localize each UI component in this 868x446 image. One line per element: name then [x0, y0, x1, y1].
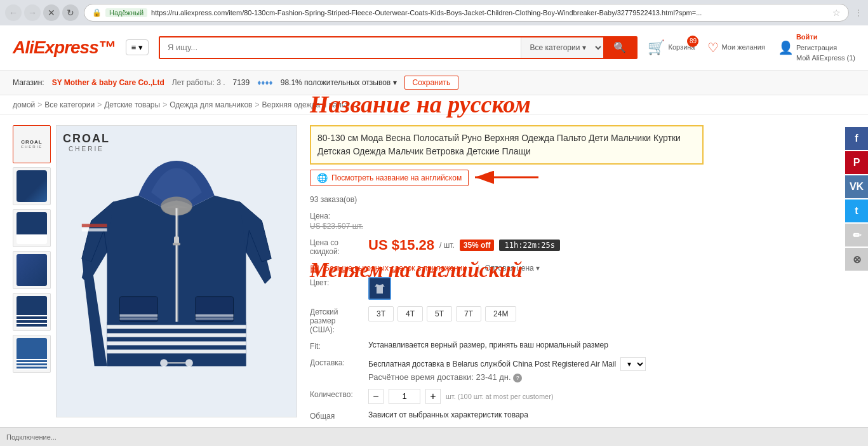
close-button[interactable]: ✕ — [43, 4, 60, 21]
hamburger-button[interactable]: ≡ ▾ — [126, 39, 149, 55]
svg-rect-22 — [173, 243, 180, 245]
brand-logo: CROAL CHERIE — [63, 132, 110, 152]
thumbnails: CROAL CHERIE — [13, 125, 51, 427]
breadcrumb-sep-2: > — [97, 100, 102, 109]
svg-rect-11 — [82, 228, 107, 231]
total-label: Общая — [310, 410, 361, 421]
edit-button[interactable]: ✏ — [845, 224, 868, 247]
breadcrumb-home[interactable]: домой — [13, 100, 35, 109]
orders-count: 93 заказа(ов) — [310, 195, 704, 204]
twitter-button[interactable]: t — [845, 199, 868, 222]
size-label: Детскийразмер(США): — [310, 306, 361, 334]
pinterest-button[interactable]: P — [845, 151, 868, 174]
quantity-row: Количество: − + шт. (100 шт. at most per… — [310, 389, 704, 404]
countdown-timer: 11h:22m:25s — [499, 240, 559, 251]
wishlist-area[interactable]: ♡ Мои желания — [707, 40, 765, 55]
signin-label[interactable]: Войти — [796, 32, 855, 43]
bookmark-icon[interactable]: ☆ — [832, 8, 841, 18]
size-3t[interactable]: 3T — [368, 306, 394, 321]
help-icon[interactable]: ? — [513, 374, 522, 382]
wishlist-label: Мои желания — [721, 43, 765, 51]
original-price: US $23.507 шт. — [310, 222, 704, 231]
annotation-ru-title: Название на русском — [310, 90, 704, 118]
positive-rate: 98.1% положительных отзывов ▾ — [281, 78, 397, 87]
store-name[interactable]: SY Mother & baby Care Co.,Ltd — [52, 78, 164, 87]
breadcrumb-boys[interactable]: Одежда для мальчиков — [170, 100, 252, 109]
per-unit: / шт. — [439, 241, 455, 250]
search-input[interactable] — [160, 37, 521, 58]
jacket-illustration — [57, 126, 297, 417]
facebook-button[interactable]: f — [845, 127, 868, 150]
fit-label: Fit: — [310, 341, 361, 351]
back-button[interactable]: ← — [5, 4, 22, 21]
svg-point-19 — [185, 359, 193, 367]
category-select[interactable]: Все категории ▾ — [521, 37, 603, 58]
breadcrumb-sep-1: > — [37, 100, 42, 109]
browser-chrome: ← → ✕ ↻ 🔒 Надёжный https://ru.aliexpress… — [0, 0, 868, 25]
delivery-text: Бесплатная доставка в Belarus службой Ch… — [368, 357, 646, 371]
site-header: AliExpress™ ≡ ▾ Все категории ▾ 🔍 🛒 89 К… — [0, 25, 868, 71]
discount-price-label: Цена соскидкой: — [310, 237, 361, 256]
size-24m[interactable]: 24M — [485, 306, 516, 321]
forward-button[interactable]: → — [24, 4, 41, 21]
thumbnail-5[interactable] — [13, 293, 51, 331]
svg-rect-15 — [119, 317, 157, 320]
diamond-rating: ♦♦♦♦ — [257, 78, 273, 87]
discount-badge: 35% off — [460, 240, 495, 251]
delivery-row: Доставка: Бесплатная доставка в Belarus … — [310, 357, 704, 382]
search-button[interactable]: 🔍 — [603, 37, 636, 58]
translate-label: Посмотреть название на английском — [331, 173, 462, 182]
delivery-select[interactable]: ▾ — [620, 357, 646, 371]
thumbnail-6[interactable] — [13, 335, 51, 373]
brand-name: CROAL — [63, 132, 110, 145]
search-icon: 🔍 — [613, 41, 626, 53]
translate-icon: 🌐 — [317, 173, 328, 183]
vk-button[interactable]: VK — [845, 175, 868, 198]
size-row: Детскийразмер(США): 3T 4T 5T 7T 24M — [310, 306, 704, 334]
close-sidebar-button[interactable]: ⊗ — [845, 248, 868, 271]
arrow-annotation-1 — [469, 166, 545, 189]
quantity-controls: − + шт. (100 шт. at most per customer) — [368, 389, 554, 404]
myali-label[interactable]: Мой AliExpress (1) — [796, 53, 855, 64]
trusted-badge: Надёжный — [105, 8, 147, 17]
register-label[interactable]: Регистрация — [796, 43, 855, 53]
svg-point-18 — [160, 359, 168, 367]
product-gallery: CROAL CHERIE — [13, 125, 297, 427]
cart-area[interactable]: 🛒 89 Корзина — [648, 39, 695, 56]
svg-rect-7 — [107, 333, 246, 337]
jacket-color-icon — [373, 282, 386, 295]
bottom-bar: Подключение... — [0, 427, 868, 437]
qty-label: Количество: — [310, 389, 361, 399]
annotation-en-title: Меняем на английский — [310, 259, 754, 282]
qty-plus-button[interactable]: + — [425, 389, 441, 404]
delivery-time: Расчётное время доставки: 23-41 дн. ? — [368, 372, 646, 382]
fit-row: Fit: Устанавливается верный размер, прин… — [310, 341, 704, 351]
social-sidebar: f P VK t ✏ ⊗ — [845, 127, 868, 271]
thumbnail-3[interactable] — [13, 209, 51, 247]
address-text: https://ru.aliexpress.com/item/80-130cm-… — [151, 9, 829, 17]
size-4t[interactable]: 4T — [397, 306, 423, 321]
size-7t[interactable]: 7T — [456, 306, 481, 321]
thumbnail-2[interactable] — [13, 167, 51, 205]
qty-minus-button[interactable]: − — [368, 389, 384, 404]
account-area[interactable]: 👤 Войти Регистрация Мой AliExpress (1) — [778, 32, 855, 64]
header-actions: 🛒 89 Корзина ♡ Мои желания 👤 Войти Регис… — [648, 32, 855, 64]
address-bar[interactable]: 🔒 Надёжный https://ru.aliexpress.com/ite… — [84, 4, 849, 22]
size-5t[interactable]: 5T — [427, 306, 452, 321]
qty-input[interactable] — [389, 389, 420, 404]
breadcrumb-categories[interactable]: Все категории — [44, 100, 95, 109]
translate-button[interactable]: 🌐 Посмотреть название на английском — [310, 170, 469, 186]
save-store-button[interactable]: Сохранить — [404, 76, 459, 90]
refresh-button[interactable]: ↻ — [62, 4, 79, 21]
thumbnail-4[interactable] — [13, 251, 51, 289]
product-title: 80-130 см Мода Весна Полосатый Руно Верх… — [310, 125, 704, 165]
main-content: CROAL CHERIE — [0, 115, 868, 437]
thumbnail-1[interactable]: CROAL CHERIE — [13, 125, 51, 163]
svg-rect-6 — [107, 325, 246, 328]
browser-menu-icon[interactable]: ⋮ — [854, 8, 863, 18]
nav-buttons: ← → ✕ ↻ — [5, 4, 79, 21]
cart-count: 89 — [687, 36, 698, 47]
breadcrumb-children[interactable]: Детские товары — [104, 100, 160, 109]
logo[interactable]: AliExpress™ — [13, 37, 116, 58]
main-product-image: CROAL CHERIE — [56, 125, 297, 417]
